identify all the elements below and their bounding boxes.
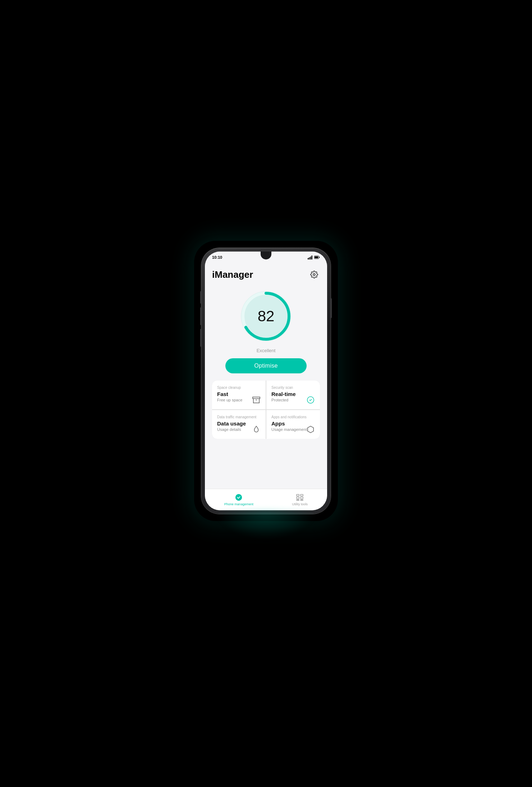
feature-category-2: Data traffic management bbox=[217, 415, 261, 419]
score-section: 82 Excellent Optimise bbox=[212, 287, 320, 373]
svg-rect-0 bbox=[308, 258, 309, 259]
score-circle: 82 bbox=[237, 287, 295, 345]
battery-icon bbox=[314, 256, 320, 259]
svg-rect-19 bbox=[301, 500, 303, 500]
phone-reflection bbox=[216, 510, 316, 539]
svg-rect-3 bbox=[312, 256, 313, 259]
settings-button[interactable] bbox=[308, 269, 320, 280]
phone-device: 10:10 bbox=[201, 248, 331, 514]
svg-rect-18 bbox=[297, 500, 299, 500]
app-title: iManager bbox=[212, 269, 253, 280]
feature-category-1: Security scan bbox=[271, 386, 315, 390]
score-value: 82 bbox=[258, 308, 275, 325]
mute-button bbox=[200, 291, 202, 304]
phone-mgmt-icon bbox=[235, 493, 243, 501]
svg-rect-2 bbox=[310, 257, 311, 259]
app-content: iManager bbox=[205, 263, 327, 489]
volume-down-button bbox=[200, 329, 202, 347]
svg-point-7 bbox=[313, 273, 315, 276]
optimise-button[interactable]: Optimise bbox=[225, 358, 307, 373]
svg-rect-6 bbox=[319, 257, 320, 258]
nav-label-phone: Phone management bbox=[224, 502, 253, 506]
svg-rect-14 bbox=[297, 494, 299, 496]
scene: 10:10 bbox=[201, 248, 331, 539]
svg-rect-17 bbox=[301, 497, 303, 499]
feature-card-space-cleanup[interactable]: Space cleanup Fast Free up space bbox=[212, 381, 266, 409]
svg-rect-15 bbox=[301, 494, 303, 496]
hexagon-icon bbox=[306, 424, 316, 434]
nav-label-tools: Utility tools bbox=[292, 502, 308, 506]
svg-rect-1 bbox=[309, 257, 310, 259]
phone-screen: 10:10 bbox=[205, 252, 327, 510]
tools-icon bbox=[296, 493, 304, 501]
shield-check-icon bbox=[306, 395, 316, 405]
feature-card-apps[interactable]: Apps and notifications Apps Usage manage… bbox=[266, 410, 320, 439]
app-header: iManager bbox=[212, 269, 320, 280]
nav-phone-management[interactable]: Phone management bbox=[224, 493, 253, 506]
feature-category-3: Apps and notifications bbox=[271, 415, 315, 419]
svg-rect-16 bbox=[297, 497, 299, 499]
feature-grid: Space cleanup Fast Free up space bbox=[212, 381, 320, 439]
gear-icon bbox=[310, 271, 318, 279]
score-status: Excellent bbox=[257, 348, 276, 353]
status-icons bbox=[308, 256, 320, 259]
power-button bbox=[330, 298, 332, 318]
box-icon bbox=[251, 395, 261, 405]
bottom-nav: Phone management Utility tools bbox=[205, 489, 327, 510]
drop-icon bbox=[251, 424, 261, 434]
svg-point-13 bbox=[235, 494, 242, 501]
nav-utility-tools[interactable]: Utility tools bbox=[292, 493, 308, 506]
svg-rect-5 bbox=[315, 257, 318, 258]
feature-category-0: Space cleanup bbox=[217, 386, 261, 390]
feature-card-data[interactable]: Data traffic management Data usage Usage… bbox=[212, 410, 266, 439]
signal-icon bbox=[308, 256, 313, 259]
feature-card-security[interactable]: Security scan Real-time Protected bbox=[266, 381, 320, 409]
status-time: 10:10 bbox=[212, 255, 222, 259]
volume-up-button bbox=[200, 307, 202, 325]
